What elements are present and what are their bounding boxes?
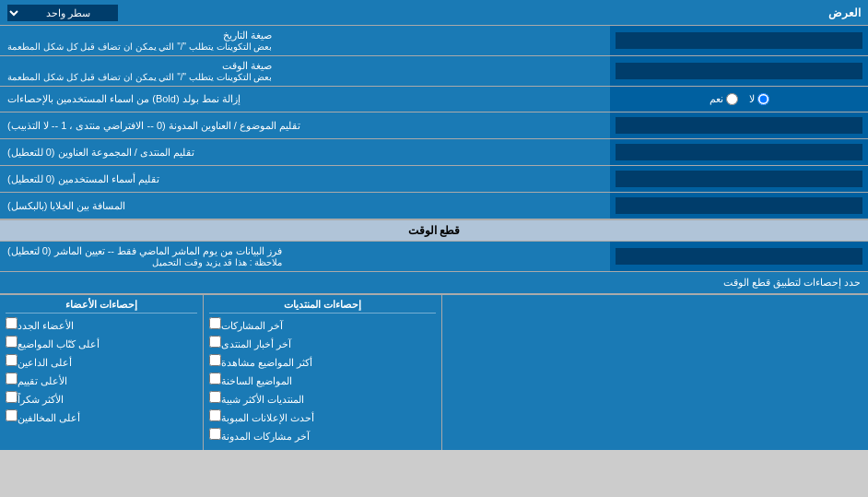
checkbox[interactable] — [6, 317, 18, 329]
bold-radio-options: لا نعم — [610, 87, 868, 112]
display-dropdown[interactable]: سطر واحدسطرانثلاثة أسطر — [7, 5, 118, 21]
checkbox[interactable] — [209, 317, 221, 329]
checkbox[interactable] — [209, 373, 221, 385]
bold-radio-row: لا نعم إزالة نمط بولد (Bold) من اسماء ال… — [0, 87, 868, 112]
checkboxes-section: إحصاءات المنتديات آخر المشاركاتآخر أخبار… — [0, 294, 868, 450]
cutoff-input-container: 0 — [610, 242, 868, 271]
list-item: المنتديات الأكثر شبية — [209, 391, 436, 406]
user-names-input[interactable]: 0 — [616, 171, 862, 187]
time-format-input-container: H:i — [610, 56, 868, 86]
checkboxes-right-col: إحصاءات الأعضاء الأعضاء الجددأعلى كتّاب … — [0, 295, 203, 450]
bold-radio-no-label[interactable]: لا — [749, 93, 769, 105]
time-format-row: H:i صيغة الوقت بعض التكوينات يتطلب "/" ا… — [0, 56, 868, 87]
checkbox[interactable] — [209, 428, 221, 440]
space-between-row: 2 المسافة بين الخلايا (بالبكسل) — [0, 193, 868, 219]
topics-titles-input-container: 33 — [610, 112, 868, 138]
list-item: آخر المشاركات — [209, 317, 436, 332]
bottom-label: حدد إحصاءات لتطبيق قطع الوقت — [0, 274, 868, 291]
list-item: أكثر المواضيع مشاهدة — [209, 354, 436, 369]
user-names-input-container: 0 — [610, 166, 868, 192]
bold-radio-no[interactable] — [757, 93, 769, 105]
forum-titles-label: تقليم المنتدى / المجموعة العناوين (0 للت… — [0, 139, 610, 165]
list-item: أحدث الإعلانات المبوبة — [209, 409, 436, 424]
list-item: الأعضاء الجدد — [6, 317, 197, 332]
list-item: الأكثر شكراً — [6, 391, 197, 406]
bottom-label-row: حدد إحصاءات لتطبيق قطع الوقت — [0, 272, 868, 294]
topics-titles-label: تقليم الموضوع / العناوين المدونة (0 -- ا… — [0, 112, 610, 138]
topics-titles-row: 33 تقليم الموضوع / العناوين المدونة (0 -… — [0, 112, 868, 139]
date-format-input[interactable]: d-m — [616, 32, 862, 49]
list-item: الأعلى تقييم — [6, 373, 197, 387]
list-item: أعلى المخالفين — [6, 409, 197, 424]
checkbox[interactable] — [6, 373, 18, 385]
middle-col-header: إحصاءات المنتديات — [209, 299, 436, 314]
space-between-label: المسافة بين الخلايا (بالبكسل) — [0, 193, 610, 219]
user-names-row: 0 تقليم أسماء المستخدمين (0 للتعطيل) — [0, 166, 868, 193]
time-format-input[interactable]: H:i — [616, 63, 862, 79]
forum-titles-input[interactable]: 33 — [616, 144, 862, 160]
checkbox[interactable] — [6, 336, 18, 348]
cutoff-input[interactable]: 0 — [616, 248, 862, 265]
checkbox[interactable] — [6, 409, 18, 421]
checkboxes-middle-col: إحصاءات المنتديات آخر المشاركاتآخر أخبار… — [203, 295, 442, 450]
cutoff-label: فرز البيانات من يوم الماشر الماضي فقط --… — [0, 242, 610, 271]
cutoff-row: 0 فرز البيانات من يوم الماشر الماضي فقط … — [0, 242, 868, 272]
date-format-input-container: d-m — [610, 26, 868, 55]
cutoff-section-header: قطع الوقت — [0, 219, 868, 242]
display-title: العرض — [118, 6, 861, 19]
list-item: آخر مشاركات المدونة — [209, 428, 436, 443]
bold-radio-yes[interactable] — [726, 93, 738, 105]
list-item: المواضيع الساخنة — [209, 373, 436, 387]
checkbox[interactable] — [209, 409, 221, 421]
checkbox[interactable] — [209, 354, 221, 366]
cutoff-section-title: قطع الوقت — [408, 224, 460, 237]
checkbox[interactable] — [209, 336, 221, 348]
list-item: أعلى الداعين — [6, 354, 197, 369]
checkbox[interactable] — [6, 354, 18, 366]
right-col-header: إحصاءات الأعضاء — [6, 299, 197, 314]
list-item: أعلى كتّاب المواضيع — [6, 336, 197, 350]
forum-titles-row: 33 تقليم المنتدى / المجموعة العناوين (0 … — [0, 139, 868, 166]
checkbox[interactable] — [209, 391, 221, 403]
forum-titles-input-container: 33 — [610, 139, 868, 165]
date-format-label: صيغة التاريخ بعض التكوينات يتطلب "/" الت… — [0, 26, 610, 55]
user-names-label: تقليم أسماء المستخدمين (0 للتعطيل) — [0, 166, 610, 192]
space-between-input-container: 2 — [610, 193, 868, 219]
topics-titles-input[interactable]: 33 — [616, 117, 862, 134]
display-header-row: العرض سطر واحدسطرانثلاثة أسطر — [0, 0, 868, 26]
date-format-row: d-m صيغة التاريخ بعض التكوينات يتطلب "/"… — [0, 26, 868, 56]
list-item: آخر أخبار المنتدى — [209, 336, 436, 350]
bold-radio-label: إزالة نمط بولد (Bold) من اسماء المستخدمي… — [0, 87, 610, 112]
bold-radio-yes-label[interactable]: نعم — [710, 93, 738, 105]
checkbox[interactable] — [6, 391, 18, 403]
time-format-label: صيغة الوقت بعض التكوينات يتطلب "/" التي … — [0, 56, 610, 86]
space-between-input[interactable]: 2 — [616, 197, 862, 214]
checkboxes-left-col — [442, 295, 868, 450]
